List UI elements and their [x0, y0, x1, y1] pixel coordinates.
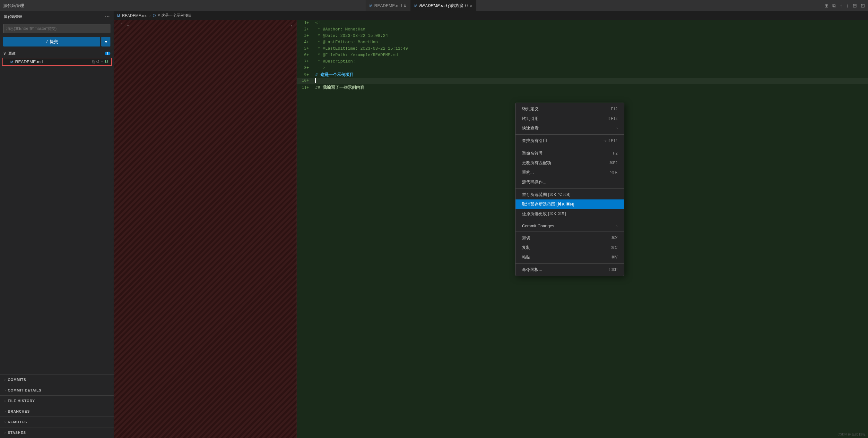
ctx-refactor-label: 重构... [522, 170, 534, 175]
ctx-goto-def[interactable]: 转到定义 F12 [516, 104, 624, 114]
commit-dropdown-button[interactable]: ▾ [101, 37, 111, 46]
ctx-restore-changes[interactable]: 还原所选更改 [⌘K ⌘R] [516, 209, 624, 219]
diff-line-9: 9+ # 这是一个示例项目 [297, 71, 868, 78]
commit-details-chevron: › [4, 389, 6, 392]
diff-line-5: 5+ * @LastEditTime: 2023-03-22 15:11:49 [297, 46, 868, 52]
ctx-sep-2 [516, 147, 624, 147]
maximize-btn[interactable]: ⊡ [861, 3, 865, 9]
branches-label: BRANCHES [8, 409, 30, 413]
diff-nav-arrow[interactable]: → [288, 23, 293, 29]
tab-readme-tracked[interactable]: M READEME.md U [366, 0, 410, 11]
line-content-6: * @FilePath: /example/READEME.md [315, 53, 398, 57]
ctx-cut-shortcut: ⌘X [611, 236, 618, 240]
ctx-goto-ref[interactable]: 转到引用 ⇧F12 [516, 114, 624, 124]
breadcrumb-section[interactable]: # 这是一个示例项目 [158, 13, 192, 18]
ctx-cancel-stash[interactable]: 取消暂存所选范围 [⌘K ⌘N] [516, 199, 624, 209]
ctx-copy[interactable]: 复制 ⌘C [516, 243, 624, 252]
sidebar-item-branches[interactable]: › BRANCHES [0, 406, 114, 417]
commit-details-label: COMMIT DETAILS [8, 388, 41, 392]
commits-label: COMMITS [8, 378, 26, 381]
title-bar: 源代码管理 M READEME.md U M READEME.md (未跟踪) … [0, 0, 868, 11]
breadcrumb-file[interactable]: READEME.md [122, 13, 147, 18]
tab-dirty-1: U [404, 4, 406, 8]
ctx-quick-look[interactable]: 快速查看 › [516, 124, 624, 133]
ctx-goto-ref-label: 转到引用 [522, 116, 539, 122]
sidebar-item-file-history[interactable]: › FILE HISTORY [0, 396, 114, 406]
diff-deleted-area: 1 − [114, 20, 297, 438]
ctx-rename-sym[interactable]: 重命名符号 F2 [516, 148, 624, 158]
move-up-btn[interactable]: ↑ [840, 3, 842, 9]
diff-line-11: 11+ ## 我编写了一些示例内容 [297, 84, 868, 91]
ctx-source-action-label: 源代码操作... [522, 179, 546, 185]
revert-file-btn[interactable]: ↺ [96, 59, 99, 64]
ctx-source-action[interactable]: 源代码操作... [516, 177, 624, 187]
breadcrumb: M READEME.md › ⬡ # 这是一个示例项目 [114, 11, 868, 20]
line-num-7: 7+ [297, 59, 311, 64]
split-editor-btn[interactable]: ⊞ [824, 3, 829, 9]
sidebar-item-stashes[interactable]: › STASHES [0, 428, 114, 438]
sidebar-item-commit-details[interactable]: › COMMIT DETAILS [0, 385, 114, 396]
remotes-label: REMOTES [8, 420, 27, 424]
file-actions: ⎘ ↺ − [92, 59, 103, 64]
watermark: CSDN @ 至此 归程 [837, 432, 865, 437]
ctx-find-all-ref[interactable]: 查找所有引用 ⌥⇧F12 [516, 136, 624, 145]
ctx-change-all[interactable]: 更改所有匹配项 ⌘F2 [516, 158, 624, 168]
commit-input-area [0, 22, 114, 35]
minimize-btn[interactable]: ⊟ [852, 3, 857, 9]
commit-message-input[interactable] [3, 24, 111, 33]
breadcrumb-sep-1: › [150, 13, 151, 18]
more-actions-btn[interactable]: ··· [105, 14, 110, 20]
tab-close-button[interactable]: × [470, 3, 472, 8]
ctx-goto-def-label: 转到定义 [522, 106, 539, 112]
file-item-readme[interactable]: M READEME.md ⎘ ↺ − U [2, 58, 112, 66]
line-num-6: 6+ [297, 53, 311, 57]
file-status: U [105, 60, 108, 64]
sidebar-item-commits[interactable]: › COMMITS [0, 374, 114, 385]
ctx-commit-changes[interactable]: Commit Changes › [516, 222, 624, 230]
sidebar-header: 源代码管理 ··· [0, 11, 114, 22]
tab-readme-untracked[interactable]: M READEME.md (未跟踪) U × [410, 0, 477, 11]
ctx-paste[interactable]: 粘贴 ⌘V [516, 252, 624, 262]
ctx-paste-label: 粘贴 [522, 254, 530, 260]
changes-section: ∨ 更改 1 M READEME.md ⎘ ↺ − U [0, 48, 114, 68]
ctx-sep-1 [516, 134, 624, 135]
title-bar-actions: ⊞ ⧉ ↑ ↓ ⊟ ⊡ [818, 3, 865, 9]
line-content-8: --> [315, 65, 325, 70]
ctx-find-all-ref-label: 查找所有引用 [522, 138, 547, 144]
ctx-goto-ref-shortcut: ⇧F12 [608, 116, 618, 121]
line-content-5: * @LastEditTime: 2023-03-22 15:11:49 [315, 46, 408, 51]
breadcrumb-section-icon: ⬡ [153, 13, 156, 18]
commits-chevron: › [4, 378, 6, 381]
sidebar-item-remotes[interactable]: › REMOTES [0, 417, 114, 428]
breadcrumb-file-icon: M [117, 14, 120, 18]
line-num-10: 10+ [297, 78, 311, 83]
commit-button[interactable]: ✓ 提交 [3, 37, 100, 46]
move-down-btn[interactable]: ↓ [846, 3, 849, 9]
line-content-1: <!-- [315, 21, 325, 25]
diff-line-7: 7+ * @Description: [297, 59, 868, 65]
ctx-stash-selection-label: 暂存所选范围 [⌘K ⌥⌘S] [522, 192, 570, 198]
changes-header[interactable]: ∨ 更改 1 [0, 50, 114, 57]
open-file-btn[interactable]: ⎘ [92, 59, 95, 64]
diff-line-content-left: − [127, 23, 129, 28]
diff-left-panel: 1 − → [114, 20, 297, 438]
ctx-command-palette[interactable]: 命令面板... ⇧⌘P [516, 265, 624, 274]
ctx-stash-selection[interactable]: 暂存所选范围 [⌘K ⌥⌘S] [516, 190, 624, 199]
file-history-chevron: › [4, 399, 6, 403]
line-content-7: * @Description: [315, 59, 355, 64]
context-menu: 转到定义 F12 转到引用 ⇧F12 快速查看 › 查找所有引用 ⌥⇧F12 [515, 103, 624, 276]
ctx-cut[interactable]: 剪切 ⌘X [516, 233, 624, 243]
ctx-find-all-ref-shortcut: ⌥⇧F12 [603, 138, 618, 143]
layout-btn[interactable]: ⧉ [832, 3, 836, 9]
line-num-2: 2+ [297, 27, 311, 31]
tab-icon-1: M [370, 4, 372, 8]
tab-label-2: READEME.md (未跟踪) [419, 3, 463, 9]
tab-dirty-2: U [465, 4, 468, 8]
ctx-quick-look-label: 快速查看 [522, 125, 539, 131]
stage-file-btn[interactable]: − [101, 59, 103, 64]
ctx-cancel-stash-label: 取消暂存所选范围 [⌘K ⌘N] [522, 201, 574, 207]
ctx-refactor[interactable]: 重构... ^⇧R [516, 168, 624, 177]
line-content-11: ## 我编写了一些示例内容 [315, 85, 364, 91]
ctx-sep-6 [516, 263, 624, 264]
line-num-1: 1+ [297, 21, 311, 25]
